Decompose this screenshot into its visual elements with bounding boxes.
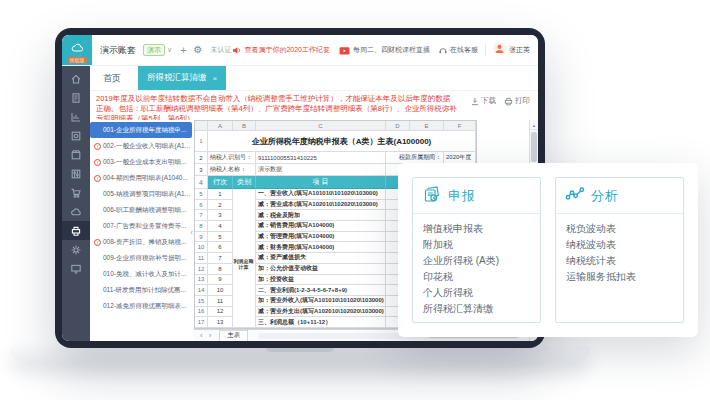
- item-cell[interactable]: 减：财务费用(填写A104000): [256, 242, 386, 253]
- row-number: 8: [195, 221, 208, 232]
- tree-item[interactable]: ! 002-一般企业收入明细表(A1...: [90, 138, 192, 154]
- tree-item[interactable]: ! 004-期间费用明细表(A1040...: [90, 170, 192, 186]
- item-cell[interactable]: 二、营业利润(1-2-3-4-5-6-7+8+9): [256, 285, 386, 296]
- tab-label: 所得税汇算清缴: [147, 72, 207, 84]
- item-cell[interactable]: 三、利润总额（10+11-12）: [256, 317, 386, 328]
- bill-icon[interactable]: [62, 88, 90, 107]
- tree-item[interactable]: ! 008-资产折旧、摊销及纳税...: [90, 234, 192, 250]
- tree-item[interactable]: ! 011-研发费用加计扣除优惠...: [90, 282, 192, 298]
- user-menu[interactable]: 张正英: [493, 41, 530, 59]
- scroll-up-icon[interactable]: ▴: [530, 120, 538, 130]
- shenbao-header: 申报: [413, 178, 540, 214]
- list-item[interactable]: 纳税波动表: [566, 237, 673, 253]
- tree-item[interactable]: ! 003-一般企业成本支出明细...: [90, 154, 192, 170]
- abacus-icon[interactable]: [62, 164, 90, 183]
- close-icon[interactable]: ×: [213, 74, 218, 83]
- chevron-down-icon[interactable]: ∨: [167, 46, 172, 54]
- list-item[interactable]: 税负波动表: [566, 221, 673, 237]
- tree-item[interactable]: ! 012-减免所得税优惠明细表...: [90, 298, 192, 314]
- line-no-cell: 10: [208, 285, 233, 296]
- row-number: 2: [195, 152, 208, 164]
- safe-icon[interactable]: [62, 126, 90, 145]
- inventory-box-icon[interactable]: [62, 145, 90, 164]
- category-cell: [233, 285, 256, 296]
- item-cell[interactable]: 减：销售费用(填写A104000): [256, 221, 386, 232]
- download-button[interactable]: 下载: [471, 96, 496, 106]
- home-icon[interactable]: [62, 69, 90, 88]
- taxpayer-name-value[interactable]: 演示数据: [256, 164, 386, 176]
- sheet-tools: 下载 打印: [463, 94, 530, 120]
- tree-item-label: 010-免税、减计收入及加计...: [103, 270, 186, 279]
- item-cell[interactable]: 减：管理费用(填写A104000): [256, 232, 386, 243]
- form-tree: ! 001-企业所得税年度纳税申... ! 002-一般企业收入明细表(A1..…: [90, 120, 192, 341]
- row-number: 13: [195, 275, 208, 286]
- item-cell[interactable]: 加：营业外收入(填写A101010\101020\103000): [256, 296, 386, 307]
- line-no-cell: 5: [208, 232, 233, 243]
- live-course-link[interactable]: 每周二、四财税课程直播: [339, 41, 430, 59]
- tree-item[interactable]: ! 006-职工薪酬纳税调整明细...: [90, 202, 192, 218]
- scroll-thumb[interactable]: [531, 132, 537, 162]
- category-cell: [233, 210, 256, 221]
- list-item[interactable]: 增值税申报表: [423, 221, 530, 237]
- tree-item[interactable]: ! 010-免税、减计收入及加计...: [90, 266, 192, 282]
- list-item[interactable]: 企业所得税 (A类): [423, 253, 530, 269]
- list-item[interactable]: 所得税汇算清缴: [423, 301, 530, 317]
- declare-document-icon: [422, 184, 442, 208]
- add-account-button[interactable]: +: [180, 44, 186, 56]
- list-item[interactable]: 印花税: [423, 269, 530, 285]
- item-cell[interactable]: 减：资产减值损失: [256, 253, 386, 264]
- online-service-text: 在线客服: [450, 45, 478, 55]
- prev-sheet-icon[interactable]: ‹: [200, 332, 203, 340]
- taxpayer-id-value[interactable]: 911110005531410225: [256, 152, 386, 164]
- list-item[interactable]: 个人所得税: [423, 285, 530, 301]
- online-service-link[interactable]: 在线客服: [438, 41, 478, 59]
- header-category: 类别: [233, 176, 256, 189]
- print-icon[interactable]: [62, 221, 90, 240]
- col-C: C: [256, 121, 386, 131]
- settings-gear-icon[interactable]: [62, 240, 90, 259]
- category-cell: [233, 296, 256, 307]
- item-cell[interactable]: 减：税金及附加: [256, 210, 386, 221]
- line-no-cell: 7: [208, 253, 233, 264]
- unverified-status[interactable]: 未认证: [211, 45, 232, 55]
- next-sheet-icon[interactable]: ›: [209, 332, 212, 340]
- tree-item[interactable]: ! 007-广告费和业务宣传费等...: [90, 218, 192, 234]
- monitor-icon[interactable]: [62, 259, 90, 278]
- list-item[interactable]: 纳税统计表: [566, 253, 673, 269]
- item-cell[interactable]: 一、营业收入(填写A101010\101020\103000): [256, 189, 386, 200]
- tree-item[interactable]: ! 005-纳税调整项目明细表(A1...: [90, 186, 192, 202]
- print-button[interactable]: 打印: [504, 96, 530, 106]
- col-B: B: [233, 121, 256, 131]
- tab-bar: 首页 所得税汇算清缴 ×: [90, 66, 538, 91]
- announcement-link[interactable]: 查看属于你的2020工作纪要: [232, 41, 330, 59]
- form-title: 企业所得税年度纳税申报表（A类）主表(A100000): [208, 131, 476, 152]
- list-item[interactable]: 运输服务抵扣表: [566, 269, 673, 285]
- tab-income-tax-settlement[interactable]: 所得税汇算清缴 ×: [138, 66, 226, 90]
- cloud-icon[interactable]: [62, 202, 90, 221]
- row-number: 10: [195, 242, 208, 253]
- item-cell[interactable]: 减：营业成本(填写A102010\102020\103000): [256, 200, 386, 211]
- account-name[interactable]: 演示账套: [100, 44, 136, 57]
- line-no-cell: 2: [208, 200, 233, 211]
- tab-home[interactable]: 首页: [90, 66, 134, 90]
- item-cell[interactable]: 加：公允价值变动收益: [256, 264, 386, 275]
- item-cell[interactable]: 减：营业外支出(填写A102010\102020\103000): [256, 307, 386, 318]
- app-logo[interactable]: 旗舰版: [62, 35, 92, 65]
- live-course-text: 每周二、四财税课程直播: [353, 45, 430, 55]
- cloud-logo-icon: [71, 38, 84, 56]
- floating-callout-card: 申报 增值税申报表附加税企业所得税 (A类)印花税个人所得税所得税汇算清缴 分析…: [398, 163, 698, 337]
- item-cell[interactable]: 加：投资收益: [256, 275, 386, 286]
- tree-item-label: 005-纳税调整项目明细表(A1...: [103, 190, 190, 199]
- list-item[interactable]: 附加税: [423, 237, 530, 253]
- cart-icon[interactable]: [62, 183, 90, 202]
- sheet-tab-main[interactable]: 主表: [219, 330, 248, 342]
- tree-item[interactable]: ! 001-企业所得税年度纳税申...: [90, 122, 192, 138]
- settings-gear-icon[interactable]: ⚙: [194, 45, 203, 55]
- tree-item-label: 012-减免所得税优惠明细表...: [103, 302, 186, 311]
- taxpayer-id-label: 纳税人识别号：: [208, 152, 256, 164]
- live-video-icon: [339, 41, 350, 59]
- report-chart-icon[interactable]: [62, 107, 90, 126]
- line-no-cell: 9: [208, 275, 233, 286]
- fenxi-header: 分析: [556, 178, 683, 214]
- tree-item[interactable]: ! 009-企业所得税弥补亏损明...: [90, 250, 192, 266]
